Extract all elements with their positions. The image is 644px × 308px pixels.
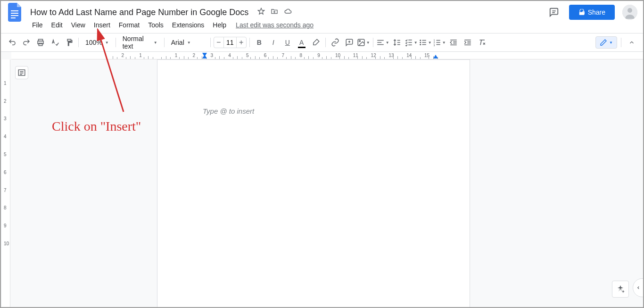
numbered-list-button[interactable]: 123▼ — [433, 36, 446, 49]
svg-point-19 — [420, 44, 421, 45]
italic-button[interactable]: I — [267, 36, 280, 49]
menu-file[interactable]: File — [28, 19, 47, 31]
font-size-input[interactable] — [223, 37, 237, 48]
account-avatar[interactable] — [622, 5, 637, 20]
decrease-indent-button[interactable] — [447, 36, 460, 49]
document-page[interactable]: Type @ to insert — [157, 59, 470, 307]
share-button-label: Share — [588, 8, 605, 16]
document-outline-button[interactable] — [15, 66, 28, 79]
indent-marker-left[interactable] — [202, 55, 207, 58]
zoom-select[interactable]: 100%▼ — [82, 37, 113, 48]
star-icon[interactable] — [257, 8, 265, 15]
share-button[interactable]: Share — [569, 5, 615, 20]
svg-point-13 — [359, 41, 360, 42]
comment-history-button[interactable] — [546, 5, 561, 20]
svg-rect-21 — [422, 42, 426, 43]
spellcheck-button[interactable] — [48, 36, 61, 49]
document-title-input[interactable] — [27, 7, 254, 18]
menu-insert[interactable]: Insert — [90, 19, 114, 31]
svg-rect-1 — [11, 13, 18, 14]
add-comment-button[interactable] — [343, 36, 356, 49]
svg-rect-2 — [11, 15, 18, 16]
workspace: 21123456789101112131415 12345678910 Type… — [1, 52, 643, 307]
vertical-ruler[interactable]: 12345678910 — [2, 59, 10, 307]
line-spacing-button[interactable] — [390, 36, 404, 49]
side-panel-toggle[interactable] — [633, 278, 643, 297]
explore-button[interactable] — [612, 281, 629, 298]
text-color-button[interactable]: A — [295, 36, 308, 49]
last-edit-link[interactable]: Last edit was seconds ago — [236, 21, 314, 29]
menu-format[interactable]: Format — [115, 19, 143, 31]
redo-button[interactable] — [20, 36, 33, 49]
svg-rect-22 — [422, 44, 426, 45]
svg-point-18 — [420, 42, 421, 43]
font-family-select[interactable]: Arial▼ — [167, 37, 207, 48]
bold-button[interactable]: B — [253, 36, 266, 49]
svg-point-8 — [627, 8, 632, 13]
svg-rect-0 — [11, 10, 18, 11]
menu-help[interactable]: Help — [209, 19, 230, 31]
svg-rect-3 — [11, 17, 16, 18]
print-button[interactable] — [34, 36, 47, 49]
move-icon[interactable] — [271, 8, 278, 15]
font-size-decrease[interactable]: − — [214, 37, 223, 48]
menu-extensions[interactable]: Extensions — [168, 19, 208, 31]
cloud-status-icon[interactable] — [284, 8, 292, 15]
svg-point-17 — [420, 40, 421, 41]
hide-menus-button[interactable] — [625, 36, 638, 49]
toolbar: 100%▼ Normal text▼ Arial▼ − + B I U A ▼ … — [1, 33, 643, 52]
highlight-button[interactable] — [309, 36, 322, 49]
menu-bar: File Edit View Insert Format Tools Exten… — [1, 20, 643, 33]
menu-edit[interactable]: Edit — [48, 19, 66, 31]
docs-logo[interactable] — [7, 4, 24, 21]
editing-mode-button[interactable]: ▼ — [595, 36, 617, 49]
horizontal-ruler[interactable]: 21123456789101112131415 — [11, 52, 643, 59]
font-size-increase[interactable]: + — [237, 37, 246, 48]
placeholder-text: Type @ to insert — [203, 107, 254, 115]
insert-link-button[interactable] — [329, 36, 342, 49]
insert-image-button[interactable]: ▼ — [357, 36, 370, 49]
checklist-button[interactable]: ▼ — [405, 36, 418, 49]
font-size-control: − + — [214, 37, 247, 48]
menu-tools[interactable]: Tools — [144, 19, 167, 31]
bulleted-list-button[interactable]: ▼ — [419, 36, 432, 49]
align-button[interactable]: ▼ — [376, 36, 389, 49]
svg-rect-20 — [422, 40, 426, 41]
increase-indent-button[interactable] — [461, 36, 474, 49]
undo-button[interactable] — [6, 36, 19, 49]
menu-view[interactable]: View — [67, 19, 89, 31]
svg-rect-6 — [579, 12, 584, 15]
indent-marker-right[interactable] — [433, 55, 438, 58]
paragraph-style-select[interactable]: Normal text▼ — [119, 33, 161, 52]
paint-format-button[interactable] — [62, 36, 75, 49]
underline-button[interactable]: U — [281, 36, 294, 49]
svg-text:3: 3 — [433, 44, 435, 47]
clear-formatting-button[interactable] — [475, 36, 488, 49]
